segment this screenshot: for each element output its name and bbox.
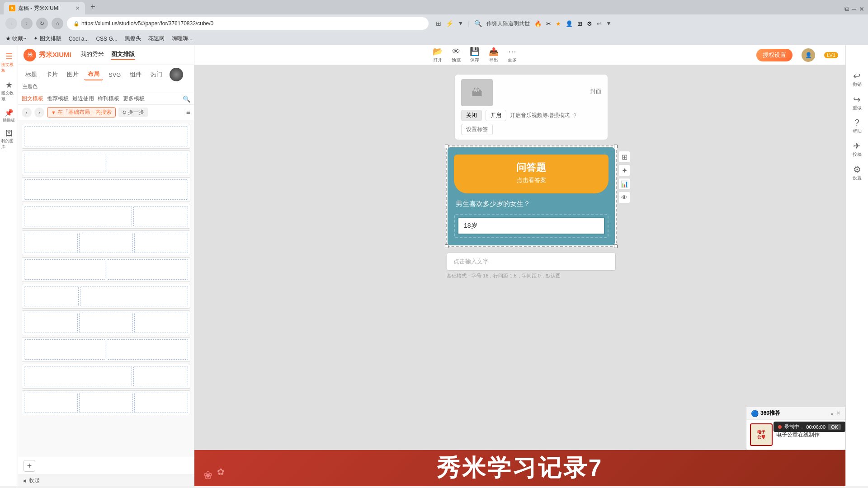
toggle-close-btn[interactable]: 关闭 [461, 110, 482, 121]
settings-icon[interactable]: ⚙ [587, 20, 592, 27]
bookmark-favorites[interactable]: ★ 收藏~ [5, 35, 26, 42]
add-page-btn[interactable]: + [24, 460, 35, 472]
nav-next-btn[interactable]: › [34, 108, 44, 117]
browser-tab-active[interactable]: X 嘉稿 - 秀米XIUMI ✕ [4, 2, 85, 14]
hot-icon[interactable]: 🔥 [534, 20, 542, 27]
text-input-box[interactable]: 点击输入文字 [447, 253, 616, 271]
sidebar-item-sticky[interactable]: 📌 贴贴板 [0, 106, 18, 126]
toolbar-expand-icon[interactable]: ▼ [458, 20, 463, 27]
home-btn[interactable]: ⌂ [52, 18, 63, 29]
new-tab-btn[interactable]: + [87, 1, 99, 13]
canvas-tool-chart[interactable]: 📊 [618, 178, 630, 190]
undo-icon-browser[interactable]: ↩ [597, 20, 602, 27]
restore-btn[interactable]: ⧉ [844, 5, 849, 13]
template-item[interactable] [22, 310, 190, 335]
subtab-figure-template[interactable]: 图文模板 [22, 95, 43, 103]
template-item[interactable] [22, 390, 190, 415]
tab-hot[interactable]: 热门 [147, 69, 166, 80]
redo-btn[interactable]: ↪ 重做 [851, 91, 863, 114]
template-item[interactable] [22, 364, 190, 389]
tab-components[interactable]: 组件 [126, 69, 145, 80]
popup-thumb: 电子公章 [750, 423, 773, 446]
more-icon-toolbar: ⋯ [508, 47, 516, 56]
sort-btn[interactable]: ≡ [186, 108, 190, 117]
canvas-tool-star[interactable]: ✦ [618, 164, 630, 176]
template-item[interactable] [22, 337, 190, 362]
help-btn[interactable]: ? 帮助 [851, 115, 863, 137]
canvas-tool-eye[interactable]: 👁 [618, 192, 630, 203]
subtab-recent[interactable]: 最近使用 [72, 95, 94, 103]
search-btn[interactable]: 🔍 [183, 95, 190, 103]
forward-btn[interactable]: › [21, 18, 33, 29]
tab-title[interactable]: 标题 [22, 69, 41, 80]
sidebar-item-gallery[interactable]: 🖼 我的图库 [0, 127, 18, 153]
more-icon[interactable]: ▼ [606, 20, 612, 27]
toolbar-export[interactable]: 📤 导出 [489, 47, 499, 63]
bookmark-flower[interactable]: 花速网 [148, 35, 165, 42]
toolbar-open[interactable]: 📂 打开 [433, 47, 443, 63]
template-item[interactable] [22, 284, 190, 309]
minimize-btn[interactable]: ─ [852, 5, 856, 13]
resize-handle-tr[interactable] [614, 145, 618, 148]
resize-handle-br[interactable] [614, 244, 618, 248]
subtab-magazine[interactable]: 样刊模板 [98, 95, 119, 103]
subtab-more[interactable]: 更多模板 [123, 95, 145, 103]
nav-my-xiumi[interactable]: 我的秀米 [80, 50, 104, 60]
template-item[interactable] [22, 177, 190, 202]
sidebar-item-favorites[interactable]: ★ 图文收藏 [0, 77, 18, 105]
nav-layout[interactable]: 图文排版 [111, 50, 135, 60]
nav-prev-btn[interactable]: ‹ [22, 108, 32, 117]
close-btn[interactable]: ✕ [859, 5, 864, 13]
tab-close-icon[interactable]: ✕ [75, 5, 80, 11]
bookmark-css[interactable]: CSS G... [96, 36, 117, 42]
toolbar-more[interactable]: ⋯ 更多 [508, 47, 517, 63]
star-icon[interactable]: ★ [556, 20, 561, 27]
scissors-icon[interactable]: ✂ [546, 20, 551, 27]
search-icon[interactable]: 🔍 [474, 20, 482, 27]
avatar[interactable]: 👤 [802, 48, 815, 62]
address-bar[interactable]: 🔒 https://xiumi.us/studio/v5#/paper/for/… [67, 17, 429, 30]
toggle-open-btn[interactable]: 开启 [486, 110, 506, 121]
pages-icon[interactable]: ⊞ [436, 20, 441, 27]
template-item[interactable] [22, 150, 190, 175]
tab-image[interactable]: 图片 [63, 69, 82, 80]
toolbar-save[interactable]: 💾 保存 [470, 47, 480, 63]
settings-btn[interactable]: ⚙ 设置 [851, 161, 863, 184]
undo-btn[interactable]: ↩ 撤销 [851, 68, 863, 90]
bookmark-layout[interactable]: ✦ 图文排版 [33, 35, 61, 42]
popup-close-icon[interactable]: ✕ [836, 410, 840, 416]
canvas-tool-grid[interactable]: ⊞ [618, 151, 630, 163]
collapse-btn[interactable]: ◄ 收起 [18, 474, 194, 486]
tag-btn[interactable]: 设置标签 [461, 124, 493, 135]
tab-svg[interactable]: SVG [105, 70, 124, 80]
lightning-icon[interactable]: ⚡ [446, 20, 453, 27]
grid-icon[interactable]: ⊞ [577, 20, 582, 27]
help-icon-settings[interactable]: ? [573, 113, 576, 119]
bookmark-black[interactable]: 黑擦头 [125, 35, 141, 42]
tab-layout[interactable]: 布局 [84, 69, 103, 80]
bookmark-cool[interactable]: Cool a... [69, 36, 89, 42]
resize-handle-bl[interactable] [445, 244, 448, 248]
recording-ok-btn[interactable]: OK [828, 424, 841, 430]
toolbar-preview[interactable]: 👁 预览 [452, 47, 461, 63]
back-btn[interactable]: ‹ [5, 18, 17, 29]
resize-handle-tl[interactable] [445, 145, 448, 148]
template-item[interactable] [22, 124, 190, 149]
tab-card[interactable]: 卡片 [42, 69, 61, 80]
filter-btn[interactable]: ▼ 在「基础布局」内搜索 [47, 107, 116, 117]
popup-expand-icon[interactable]: ▲ [830, 411, 835, 416]
popup-desc: 电子公章在线制作 [776, 431, 820, 439]
template-item[interactable] [22, 204, 190, 229]
theme-circle[interactable] [170, 68, 183, 81]
answer-box[interactable]: 18岁 [458, 217, 605, 235]
bookmark-hi[interactable]: 嗨哩嗨... [172, 35, 193, 42]
template-item[interactable] [22, 230, 190, 255]
auth-btn[interactable]: 授权设置 [756, 49, 793, 61]
refresh-btn[interactable]: ↻ [36, 18, 48, 29]
swap-btn[interactable]: ↻ 换一换 [118, 108, 148, 117]
user-icon[interactable]: 👤 [566, 20, 573, 27]
sidebar-item-template[interactable]: ☰ 图文模板 [0, 49, 18, 76]
template-item[interactable] [22, 257, 190, 282]
submit-btn[interactable]: ✈ 投稿 [851, 138, 863, 160]
subtab-recommended[interactable]: 推荐模板 [47, 95, 69, 103]
